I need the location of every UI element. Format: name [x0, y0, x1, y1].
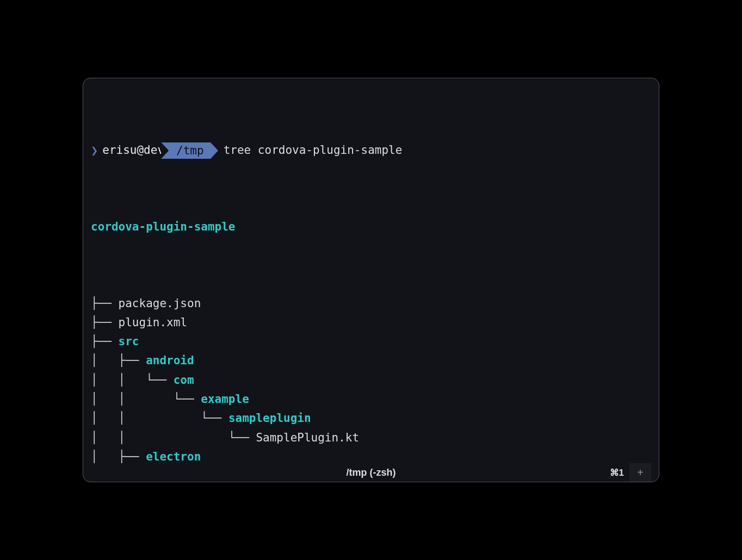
prompt-command: tree cordova-plugin-sample: [224, 141, 403, 160]
tree-listing: ├── package.json├── plugin.xml├── src│ ├…: [91, 294, 651, 463]
dir-name: electron: [146, 450, 201, 463]
tree-branch-glyph: │ │ └──: [91, 393, 201, 406]
tree-root: cordova-plugin-sample: [91, 217, 651, 237]
tree-row: ├── src: [91, 332, 651, 351]
dir-name: example: [201, 393, 249, 406]
prompt-arrow-icon: ❯: [91, 145, 98, 157]
tree-branch-glyph: │ │ └──: [91, 412, 228, 425]
tree-row: │ │ └── sampleplugin: [91, 409, 651, 428]
tree-row: │ │ └── SamplePlugin.kt: [91, 428, 651, 447]
prompt-path: /tmp: [169, 142, 211, 159]
tree-branch-glyph: ├──: [91, 297, 119, 310]
dir-name: src: [119, 335, 139, 348]
tree-branch-glyph: ├──: [91, 316, 119, 329]
status-bar: /tmp (-zsh) ⌘1 +: [91, 463, 651, 482]
new-tab-button[interactable]: +: [629, 463, 651, 482]
plus-icon: +: [637, 466, 644, 479]
tree-row: ├── package.json: [91, 294, 651, 313]
file-name: plugin.xml: [119, 316, 187, 329]
file-name: SamplePlugin.kt: [256, 431, 359, 444]
prompt-user-host: erisu@dev: [101, 140, 169, 160]
tree-row: │ │ └── com: [91, 371, 651, 390]
dir-name: com: [174, 374, 194, 387]
terminal-output[interactable]: ❯ erisu@dev /tmp tree cordova-plugin-sam…: [91, 84, 651, 463]
tree-row: │ ├── android: [91, 351, 651, 370]
tree-row: ├── plugin.xml: [91, 313, 651, 332]
tree-branch-glyph: │ │ └──: [91, 431, 256, 444]
dir-name: android: [146, 354, 194, 367]
tree-branch-glyph: │ │ └──: [91, 374, 174, 387]
tree-row: │ │ └── example: [91, 390, 651, 409]
prompt-line: ❯ erisu@dev /tmp tree cordova-plugin-sam…: [91, 141, 651, 160]
tree-branch-glyph: │ ├──: [91, 354, 146, 367]
file-name: package.json: [119, 297, 201, 310]
status-title: /tmp (-zsh): [347, 467, 396, 478]
dir-name: cordova-plugin-sample: [91, 220, 236, 233]
tab-shortcut: ⌘1: [610, 467, 629, 478]
prompt-path-segment: /tmp: [169, 142, 211, 159]
dir-name: sampleplugin: [228, 412, 311, 425]
terminal-window: ❯ erisu@dev /tmp tree cordova-plugin-sam…: [83, 78, 659, 482]
tree-branch-glyph: │ ├──: [91, 450, 146, 463]
tree-branch-glyph: ├──: [91, 335, 119, 348]
tree-row: │ ├── electron: [91, 447, 651, 463]
